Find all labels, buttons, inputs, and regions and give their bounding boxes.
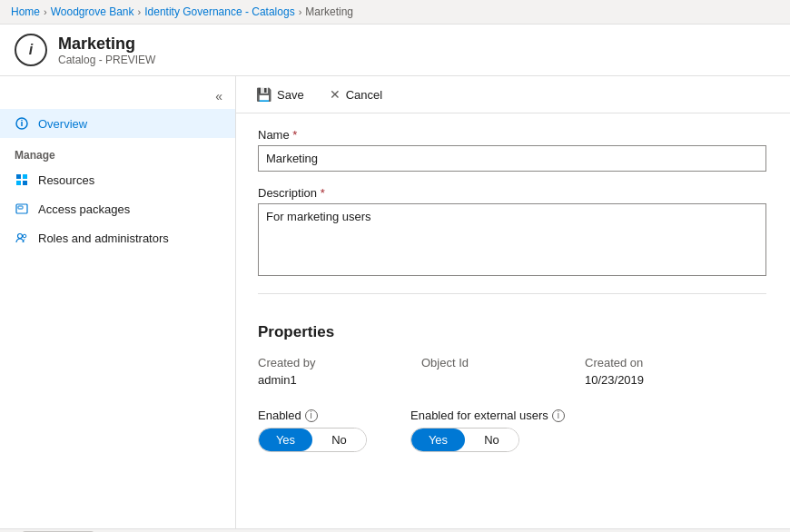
- enabled-external-label-row: Enabled for external users i: [410, 409, 565, 422]
- sidebar-label-roles: Roles and administrators: [38, 232, 169, 245]
- access-packages-icon: [15, 202, 29, 216]
- overview-icon: [15, 116, 29, 131]
- prop-object-id-label: Object Id: [421, 356, 585, 369]
- sidebar-item-overview[interactable]: Overview: [0, 109, 235, 138]
- breadcrumb-home[interactable]: Home: [11, 5, 40, 18]
- breadcrumb-current: Marketing: [305, 5, 353, 18]
- form-area: Name * Description * For marketing users: [236, 113, 790, 323]
- prop-object-id: Object Id: [421, 356, 585, 401]
- breadcrumb-woodgrove[interactable]: Woodgrove Bank: [51, 5, 134, 18]
- prop-created-on-label: Created on: [585, 356, 748, 369]
- page-title: Marketing: [58, 34, 155, 54]
- cancel-label: Cancel: [346, 88, 382, 102]
- svg-rect-3: [16, 174, 21, 179]
- enabled-external-info-icon[interactable]: i: [552, 409, 565, 422]
- page-header: i Marketing Catalog - PREVIEW: [0, 25, 790, 76]
- svg-point-9: [18, 234, 23, 239]
- svg-rect-5: [16, 181, 21, 185]
- svg-rect-6: [23, 181, 27, 185]
- enabled-yes-button[interactable]: Yes: [259, 429, 312, 451]
- form-divider: [258, 293, 766, 294]
- svg-point-10: [23, 234, 26, 238]
- chevron-icon: ›: [138, 6, 142, 17]
- sidebar-label-access-packages: Access packages: [38, 202, 130, 216]
- save-button[interactable]: 💾 Save: [251, 84, 310, 105]
- header-text: Marketing Catalog - PREVIEW: [58, 34, 155, 66]
- save-icon: 💾: [256, 87, 272, 102]
- description-required: *: [321, 186, 325, 200]
- prop-created-by: Created by admin1: [258, 356, 421, 401]
- sidebar-item-access-packages[interactable]: Access packages: [0, 194, 235, 223]
- svg-point-2: [21, 120, 23, 122]
- description-label: Description *: [258, 186, 768, 200]
- form-group-name: Name *: [258, 128, 768, 172]
- sidebar-item-resources[interactable]: Resources: [0, 165, 235, 194]
- enabled-info-icon[interactable]: i: [305, 409, 318, 422]
- sidebar-collapse-area: «: [0, 84, 235, 109]
- properties-section: Properties Created by admin1 Object Id C…: [236, 323, 790, 467]
- form-group-description: Description * For marketing users: [258, 186, 768, 279]
- prop-created-by-label: Created by: [258, 356, 421, 369]
- collapse-button[interactable]: «: [210, 87, 228, 105]
- toggles-row: Enabled i Yes No Enabled for external us…: [258, 409, 768, 452]
- enabled-label-row: Enabled i: [258, 409, 367, 422]
- sidebar-label-overview: Overview: [38, 117, 87, 131]
- breadcrumb: Home › Woodgrove Bank › Identity Governa…: [0, 0, 790, 25]
- enabled-external-label: Enabled for external users: [410, 409, 548, 422]
- cancel-icon: ✕: [330, 87, 341, 102]
- info-icon-letter: i: [29, 42, 33, 58]
- roles-icon: [15, 231, 29, 245]
- chevron-icon: ›: [299, 6, 302, 17]
- enabled-external-no-button[interactable]: No: [465, 429, 518, 451]
- enabled-external-yes-button[interactable]: Yes: [411, 429, 465, 451]
- bottom-scrollbar: [0, 528, 790, 532]
- cancel-button[interactable]: ✕ Cancel: [324, 84, 388, 105]
- name-required: *: [292, 128, 297, 142]
- description-label-text: Description: [258, 186, 317, 200]
- prop-created-on: Created on 10/23/2019: [585, 356, 748, 401]
- name-label-text: Name: [258, 128, 290, 142]
- svg-rect-4: [23, 174, 27, 179]
- prop-created-by-value: admin1: [258, 373, 421, 387]
- enabled-external-toggle-switch: Yes No: [410, 428, 519, 452]
- header-icon: i: [15, 34, 47, 66]
- enabled-toggle-group: Enabled i Yes No: [258, 409, 367, 452]
- main-layout: « Overview Manage Re: [0, 76, 790, 528]
- chevron-icon: ›: [44, 6, 47, 17]
- name-label: Name *: [258, 128, 768, 142]
- breadcrumb-governance[interactable]: Identity Governance - Catalogs: [144, 5, 294, 18]
- svg-rect-8: [18, 206, 23, 209]
- sidebar: « Overview Manage Re: [0, 76, 236, 528]
- prop-created-on-value: 10/23/2019: [585, 373, 748, 387]
- resources-icon: [15, 172, 29, 187]
- enabled-no-button[interactable]: No: [312, 429, 366, 451]
- enabled-external-toggle-group: Enabled for external users i Yes No: [410, 409, 565, 452]
- sidebar-label-resources: Resources: [38, 173, 94, 187]
- properties-title: Properties: [258, 323, 768, 341]
- enabled-toggle-switch: Yes No: [258, 428, 367, 452]
- name-input[interactable]: [258, 145, 766, 172]
- main-content: 💾 Save ✕ Cancel Name * Description *: [236, 76, 790, 528]
- toolbar: 💾 Save ✕ Cancel: [236, 76, 790, 113]
- save-label: Save: [277, 88, 304, 102]
- page-subtitle: Catalog - PREVIEW: [58, 54, 155, 66]
- description-input[interactable]: For marketing users: [258, 203, 766, 276]
- properties-grid: Created by admin1 Object Id Created on 1…: [258, 356, 768, 401]
- sidebar-item-roles[interactable]: Roles and administrators: [0, 223, 235, 252]
- enabled-label: Enabled: [258, 409, 301, 422]
- sidebar-section-manage: Manage: [0, 138, 235, 165]
